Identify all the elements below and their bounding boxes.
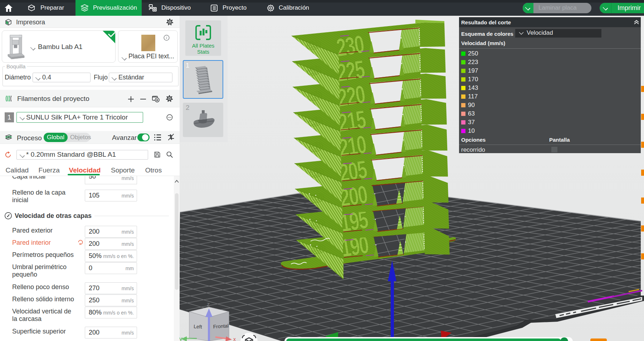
- svg-text:Left: Left: [194, 323, 202, 330]
- svg-text:x: x: [233, 336, 236, 341]
- svg-text:Frontal: Frontal: [213, 323, 229, 330]
- svg-text:230: 230: [335, 30, 366, 62]
- svg-text:i: i: [166, 36, 167, 40]
- svg-text:Z: Z: [207, 302, 210, 307]
